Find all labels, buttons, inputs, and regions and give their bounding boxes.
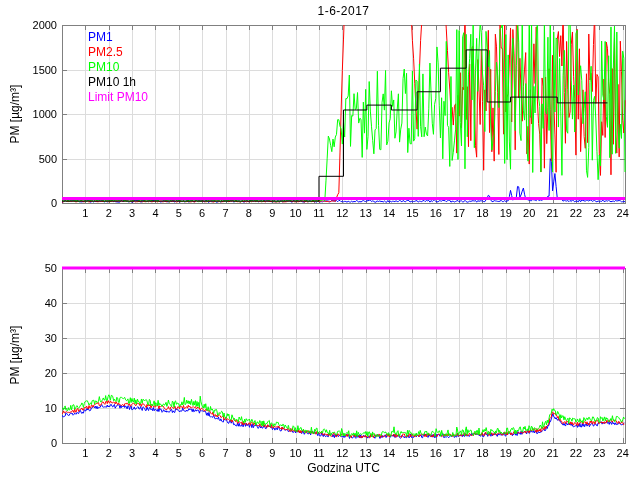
legend: PM1 PM2.5 PM10 PM10 1h Limit PM10 xyxy=(88,30,148,105)
x-tick-label: 12 xyxy=(330,207,354,219)
legend-label-pm10: PM10 xyxy=(88,60,119,74)
x-tick-label: 15 xyxy=(400,207,424,219)
y-tick-label: 0 xyxy=(17,437,57,450)
x-tick-label: 14 xyxy=(377,447,401,459)
x-tick-label: 10 xyxy=(284,207,308,219)
legend-label-pm25: PM2.5 xyxy=(88,45,123,59)
x-tick-label: 24 xyxy=(611,207,635,219)
y-tick-label: 50 xyxy=(17,262,57,275)
y-tick-label: 30 xyxy=(17,332,57,345)
x-tick-label: 9 xyxy=(260,207,284,219)
x-tick-label: 5 xyxy=(167,207,191,219)
x-tick-label: 19 xyxy=(494,447,518,459)
x-tick-label: 21 xyxy=(541,207,565,219)
x-tick-label: 18 xyxy=(470,447,494,459)
x-tick-label: 8 xyxy=(237,207,261,219)
x-tick-label: 10 xyxy=(284,447,308,459)
x-tick-label: 19 xyxy=(494,207,518,219)
y-tick-label: 0 xyxy=(17,197,57,210)
x-tick-label: 20 xyxy=(517,207,541,219)
x-tick-label: 9 xyxy=(260,447,284,459)
x-tick-label: 11 xyxy=(307,447,331,459)
x-tick-label: 12 xyxy=(330,447,354,459)
x-tick-label: 2 xyxy=(97,207,121,219)
x-tick-label: 4 xyxy=(143,207,167,219)
x-tick-label: 5 xyxy=(167,447,191,459)
y-tick-label: 1500 xyxy=(17,64,57,77)
x-tick-label: 1 xyxy=(73,447,97,459)
x-tick-label: 24 xyxy=(611,447,635,459)
x-tick-label: 7 xyxy=(214,447,238,459)
legend-label-pm1: PM1 xyxy=(88,30,113,44)
bottom-x-axis-label: Godzina UTC xyxy=(62,461,625,475)
x-tick-label: 4 xyxy=(143,447,167,459)
x-tick-label: 3 xyxy=(120,447,144,459)
x-tick-label: 13 xyxy=(354,207,378,219)
x-tick-label: 23 xyxy=(587,207,611,219)
y-tick-label: 20 xyxy=(17,367,57,380)
figure-root: 1-6-2017 PM [µg/m³] PM [µg/m³] Godzina U… xyxy=(0,0,640,480)
x-tick-label: 16 xyxy=(424,207,448,219)
x-tick-label: 18 xyxy=(470,207,494,219)
x-tick-label: 16 xyxy=(424,447,448,459)
bottom-plot-area xyxy=(62,268,625,443)
y-tick-label: 10 xyxy=(17,402,57,415)
y-tick-label: 2000 xyxy=(17,19,57,32)
chart-title: 1-6-2017 xyxy=(62,4,625,18)
y-tick-label: 40 xyxy=(17,297,57,310)
x-tick-label: 17 xyxy=(447,447,471,459)
x-tick-label: 17 xyxy=(447,207,471,219)
x-tick-label: 6 xyxy=(190,207,214,219)
x-tick-label: 2 xyxy=(97,447,121,459)
x-tick-label: 1 xyxy=(73,207,97,219)
legend-item-pm25: PM2.5 xyxy=(88,45,148,60)
x-tick-label: 22 xyxy=(564,207,588,219)
bottom-y-axis-label: PM [µg/m³] xyxy=(8,266,22,444)
legend-label-pm10-1h: PM10 1h xyxy=(88,75,136,89)
y-tick-label: 1000 xyxy=(17,108,57,121)
x-tick-label: 21 xyxy=(541,447,565,459)
x-tick-label: 20 xyxy=(517,447,541,459)
legend-item-pm10-1h: PM10 1h xyxy=(88,75,148,90)
legend-item-limit-pm10: Limit PM10 xyxy=(88,90,148,105)
x-tick-label: 8 xyxy=(237,447,261,459)
legend-label-limit-pm10: Limit PM10 xyxy=(88,90,148,104)
y-tick-label: 500 xyxy=(17,153,57,166)
x-tick-label: 14 xyxy=(377,207,401,219)
legend-item-pm10: PM10 xyxy=(88,60,148,75)
x-tick-label: 13 xyxy=(354,447,378,459)
x-tick-label: 3 xyxy=(120,207,144,219)
x-tick-label: 11 xyxy=(307,207,331,219)
x-tick-label: 15 xyxy=(400,447,424,459)
x-tick-label: 23 xyxy=(587,447,611,459)
x-tick-label: 7 xyxy=(214,207,238,219)
x-tick-label: 6 xyxy=(190,447,214,459)
x-tick-label: 22 xyxy=(564,447,588,459)
legend-item-pm1: PM1 xyxy=(88,30,148,45)
